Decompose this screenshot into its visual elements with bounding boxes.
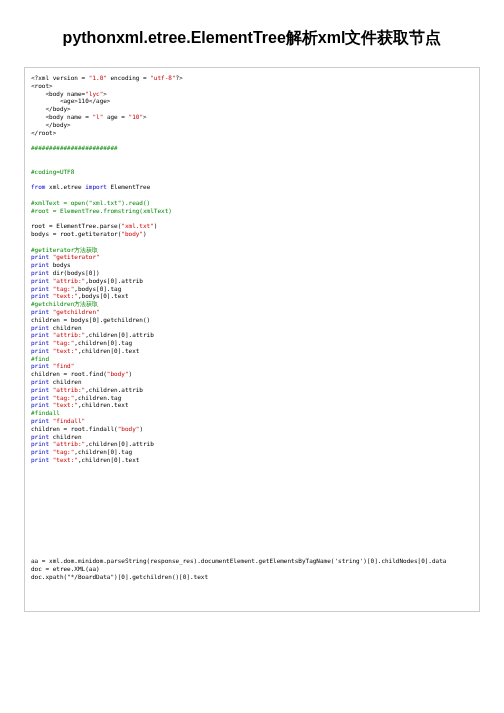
code-block: <?xml version = "1.0" encoding = "utf-8"…: [24, 67, 480, 612]
page-title: pythonxml.etree.ElementTree解析xml文件获取节点: [0, 0, 504, 67]
